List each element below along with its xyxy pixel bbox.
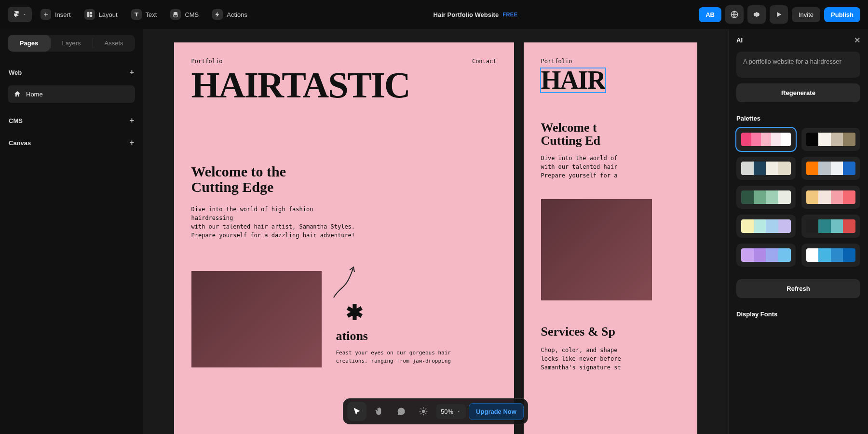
swatch (818, 248, 831, 262)
swatch (843, 133, 855, 146)
welcome-heading-2[interactable]: Welcome t Cutting Ed (541, 121, 680, 148)
plan-badge: FREE (502, 12, 517, 17)
actions-label: Actions (227, 11, 247, 18)
palette-option-0[interactable] (736, 128, 796, 151)
ai-prompt-input[interactable]: A portfolio website for a hairdresser (736, 52, 860, 78)
cursor-icon (352, 407, 362, 416)
swatch (741, 190, 754, 204)
layout-icon (84, 9, 95, 20)
regenerate-button[interactable]: Regenerate (736, 83, 860, 102)
comment-tool[interactable] (392, 402, 411, 421)
plus-icon (41, 9, 51, 20)
add-cms-button[interactable]: + (130, 116, 134, 125)
canvas[interactable]: Portfolio Contact HAIRTASTIC Welcome to … (143, 29, 728, 434)
swatch (754, 219, 766, 233)
nav-portfolio-2[interactable]: Portfolio (541, 58, 572, 65)
swatch (818, 190, 831, 204)
tab-assets[interactable]: Assets (93, 35, 135, 52)
comment-icon (396, 407, 406, 416)
sun-icon (419, 407, 428, 416)
palette-option-1[interactable] (801, 128, 861, 151)
settings-button[interactable] (747, 5, 766, 24)
hand-tool[interactable] (369, 402, 389, 421)
design-frame-desktop[interactable]: Portfolio Contact HAIRTASTIC Welcome to … (174, 42, 514, 434)
tab-layers[interactable]: Layers (50, 35, 93, 52)
swatch (766, 219, 778, 233)
svg-rect-2 (90, 15, 92, 17)
insert-tool[interactable]: Insert (36, 5, 76, 24)
palette-option-4[interactable] (736, 186, 796, 209)
hero-title[interactable]: HAIRTASTIC (191, 68, 497, 101)
publish-button[interactable]: Publish (824, 7, 860, 22)
web-label: Web (9, 69, 22, 76)
topbar: Insert Layout Text CMS Actions Hair Port… (0, 0, 868, 29)
tab-pages[interactable]: Pages (8, 35, 50, 52)
swatch (831, 162, 843, 175)
swatch (766, 190, 778, 204)
swatch (754, 190, 766, 204)
swatch (741, 133, 751, 146)
intro-text[interactable]: Dive into the world of high fashion hair… (191, 205, 355, 240)
actions-tool[interactable]: Actions (207, 5, 252, 24)
svg-rect-0 (87, 12, 89, 17)
palette-option-7[interactable] (801, 215, 861, 238)
palette-option-2[interactable] (736, 157, 796, 180)
swatch (843, 219, 855, 233)
design-frame-tablet[interactable]: Portfolio HAIR Welcome t Cutting Ed Dive… (524, 42, 697, 434)
creations-text[interactable]: Feast your eyes on our gorgeous hair cre… (336, 349, 451, 365)
refresh-palettes-button[interactable]: Refresh (736, 279, 860, 298)
app-menu-button[interactable] (8, 7, 32, 22)
swatch (831, 133, 843, 146)
palette-option-9[interactable] (801, 244, 861, 267)
theme-tool[interactable] (414, 402, 433, 421)
home-icon (14, 90, 21, 98)
add-canvas-button[interactable]: + (130, 138, 134, 147)
svg-rect-1 (90, 12, 92, 14)
swatch (806, 133, 819, 146)
hero-image-2[interactable] (541, 199, 652, 300)
palette-option-3[interactable] (801, 157, 861, 180)
swatch (831, 248, 843, 262)
palette-option-6[interactable] (736, 215, 796, 238)
creations-heading[interactable]: ations (336, 329, 451, 343)
hero-title-selected[interactable]: HAIR (541, 68, 605, 92)
canvas-section: Canvas + (8, 132, 135, 154)
intro-text-2[interactable]: Dive into the world of with our talented… (541, 154, 666, 180)
zoom-value: 50% (441, 408, 453, 415)
welcome-heading[interactable]: Welcome to the Cutting Edge (191, 164, 497, 194)
swatch (778, 190, 791, 204)
palette-option-5[interactable] (801, 186, 861, 209)
close-panel-button[interactable]: ✕ (854, 36, 860, 45)
services-heading[interactable]: Services & Sp (541, 325, 680, 339)
swatch (843, 162, 855, 175)
chevron-down-icon (22, 12, 27, 17)
nav-portfolio[interactable]: Portfolio (191, 58, 223, 65)
swatch (754, 162, 766, 175)
text-icon (131, 9, 142, 20)
swatch (781, 133, 791, 146)
globe-button[interactable] (725, 5, 744, 24)
upgrade-button[interactable]: Upgrade Now (469, 403, 524, 420)
framer-logo-icon (13, 11, 20, 18)
services-text[interactable]: Chop, color, and shape locks like never … (541, 346, 666, 372)
palette-option-8[interactable] (736, 244, 796, 267)
text-tool[interactable]: Text (126, 5, 162, 24)
add-page-button[interactable]: + (130, 68, 134, 77)
ab-button[interactable]: AB (699, 7, 721, 22)
invite-button[interactable]: Invite (792, 7, 820, 22)
page-home[interactable]: Home (8, 85, 135, 103)
zoom-control[interactable]: 50% (436, 404, 466, 419)
layout-tool[interactable]: Layout (80, 5, 122, 24)
ai-panel: AI ✕ A portfolio website for a hairdress… (728, 29, 868, 434)
hero-image[interactable] (191, 271, 322, 367)
nav-contact[interactable]: Contact (472, 58, 497, 65)
text-label: Text (146, 11, 157, 18)
svg-point-5 (422, 410, 425, 413)
swatch (751, 133, 761, 146)
swatch (818, 219, 831, 233)
cursor-tool[interactable] (347, 402, 366, 421)
display-fonts-label: Display Fonts (729, 306, 868, 324)
globe-icon (730, 10, 739, 19)
cms-tool[interactable]: CMS (165, 5, 203, 24)
play-button[interactable] (770, 5, 788, 24)
